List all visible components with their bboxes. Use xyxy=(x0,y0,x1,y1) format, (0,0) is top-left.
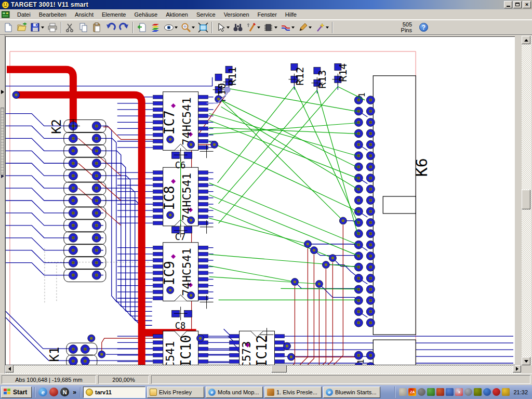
minimize-button[interactable] xyxy=(504,1,512,8)
paste-button[interactable] xyxy=(90,21,104,34)
save-floppy-icon xyxy=(30,22,41,33)
display-tray-icon[interactable] xyxy=(446,388,454,396)
horizontal-scrollbar[interactable] xyxy=(5,365,521,374)
users-alert-tray-icon[interactable]: x xyxy=(455,388,463,396)
zoom-button[interactable] xyxy=(179,21,196,34)
taskbar-button-tarv11[interactable]: tarv11 xyxy=(83,387,145,398)
undo-button[interactable] xyxy=(104,21,117,34)
window-title: TARGET 3001! V11 smart xyxy=(11,1,88,8)
menu-item-bearbeiten[interactable]: Bearbeiten xyxy=(35,10,71,19)
new-file-icon xyxy=(3,22,14,33)
volume-tray-icon[interactable] xyxy=(418,388,425,396)
start-button[interactable]: Start xyxy=(1,387,32,398)
menu-item-ansicht[interactable]: Ansicht xyxy=(71,10,98,19)
pen-dropdown-arrow[interactable] xyxy=(309,26,312,29)
save-button[interactable] xyxy=(29,21,46,34)
taskbar-divider xyxy=(80,387,81,397)
menu-item-datei[interactable]: Datei xyxy=(13,10,35,19)
settings-tools-button[interactable] xyxy=(245,21,262,34)
red-app-icon[interactable] xyxy=(49,388,58,396)
scroll-up-button[interactable] xyxy=(522,36,530,44)
component-R11[interactable]: R11 xyxy=(223,66,238,87)
route-wires-button[interactable] xyxy=(279,21,296,34)
svg-text:R14: R14 xyxy=(337,63,349,82)
keyboard-tray-icon[interactable] xyxy=(399,388,407,396)
close-button[interactable]: × xyxy=(523,1,531,8)
maximize-button[interactable] xyxy=(513,1,522,8)
menu-item-hilfe[interactable]: Hilfe xyxy=(281,10,301,19)
menu-item-versionen[interactable]: Versionen xyxy=(220,10,254,19)
view-dropdown-arrow[interactable] xyxy=(175,26,178,29)
quick-launch-chevron[interactable]: » xyxy=(72,389,77,396)
pcb-canvas[interactable]: K2K1IC774HC541IC874HC541IC974HC541IC1074… xyxy=(5,36,515,365)
internet-explorer-icon[interactable]: e xyxy=(38,388,47,396)
wand-dropdown-arrow[interactable] xyxy=(326,26,329,29)
menu-item-aktionen[interactable]: Aktionen xyxy=(162,10,192,19)
pointer-button[interactable] xyxy=(214,21,231,34)
cut-button[interactable] xyxy=(63,21,77,34)
component-IC12[interactable]: IC1274HC573 xyxy=(230,331,285,365)
svg-text:74HC541: 74HC541 xyxy=(164,341,177,365)
copy-button[interactable] xyxy=(77,21,90,34)
taskbar-button-elvis-presley[interactable]: Elvis Presley xyxy=(147,387,204,398)
component-dropdown-arrow[interactable] xyxy=(274,26,277,29)
open-button[interactable] xyxy=(15,21,29,34)
menu-item-fenster[interactable]: Fenster xyxy=(254,10,281,19)
ie-icon: e xyxy=(326,389,333,396)
work-area: K2K1IC774HC541IC874HC541IC974HC541IC1074… xyxy=(0,35,532,374)
new-button[interactable] xyxy=(2,21,15,34)
vertical-scrollbar[interactable] xyxy=(522,36,531,365)
webcam-tray-icon[interactable] xyxy=(464,388,472,396)
task-label: tarv11 xyxy=(95,389,112,395)
task-label: 1. Elvis Presle... xyxy=(276,389,317,395)
menu-item-elemente[interactable]: Elemente xyxy=(98,10,130,19)
main-toolbar: 505 Pins ? xyxy=(0,20,532,35)
svg-text:C6: C6 xyxy=(175,160,185,170)
netscape-icon[interactable]: N xyxy=(60,388,69,396)
search-button[interactable] xyxy=(231,21,245,34)
tools-dropdown-arrow[interactable] xyxy=(257,26,260,29)
magic-wand-button[interactable] xyxy=(313,21,330,34)
page-import-icon xyxy=(137,22,147,33)
help-button[interactable]: ? xyxy=(419,23,428,32)
save-dropdown-arrow[interactable] xyxy=(41,26,44,29)
zoom-fit-button[interactable] xyxy=(196,21,210,34)
draw-pen-button[interactable] xyxy=(296,21,313,34)
pointer-dropdown-arrow[interactable] xyxy=(227,26,230,29)
menu-item-service[interactable]: Service xyxy=(192,10,220,19)
zoom-dropdown-arrow[interactable] xyxy=(192,26,195,29)
svg-text:K1: K1 xyxy=(47,347,62,362)
zonealarm-tray-icon[interactable]: ZA xyxy=(408,388,416,396)
ie-icon: e xyxy=(208,389,216,396)
scroll-right-button[interactable] xyxy=(513,365,521,373)
menu-item-geh-use[interactable]: Gehäuse xyxy=(130,10,162,19)
scrollbar-corner xyxy=(521,365,531,374)
vertical-scroll-thumb[interactable] xyxy=(522,190,530,209)
view-options-button[interactable] xyxy=(162,21,179,34)
status-message xyxy=(151,375,530,384)
place-import-button[interactable] xyxy=(135,21,149,34)
redo-button[interactable] xyxy=(117,21,131,34)
print-button[interactable] xyxy=(46,21,59,34)
red-tool-tray-icon[interactable] xyxy=(436,388,444,396)
folder-icon xyxy=(150,389,157,396)
scroll-down-button[interactable] xyxy=(522,357,530,365)
highlighted-via[interactable] xyxy=(224,87,230,92)
globe-tray-icon[interactable] xyxy=(483,388,491,396)
nvidia-tray-icon[interactable] xyxy=(474,388,482,396)
tools-icon xyxy=(246,22,257,33)
horizontal-scroll-thumb[interactable] xyxy=(271,365,287,373)
app-smiley-icon xyxy=(2,1,9,9)
layers-button[interactable] xyxy=(149,21,162,34)
green-agent-tray-icon[interactable] xyxy=(427,388,435,396)
document-icon xyxy=(2,11,10,18)
svg-text:74HC541: 74HC541 xyxy=(180,248,193,296)
taskbar-button-bluewin-starts[interactable]: eBluewin Starts... xyxy=(323,387,380,398)
taskbar-button-1-elvis-presle[interactable]: 1. Elvis Presle... xyxy=(264,387,322,398)
paint-tray-icon[interactable] xyxy=(502,388,510,396)
component-button[interactable] xyxy=(262,21,279,34)
wires-dropdown-arrow[interactable] xyxy=(291,26,295,29)
scroll-left-button[interactable] xyxy=(5,365,14,373)
taskbar-button-mofa-und-mop[interactable]: eMofa und Mop... xyxy=(206,387,263,398)
sync-alert-tray-icon[interactable] xyxy=(493,388,500,396)
